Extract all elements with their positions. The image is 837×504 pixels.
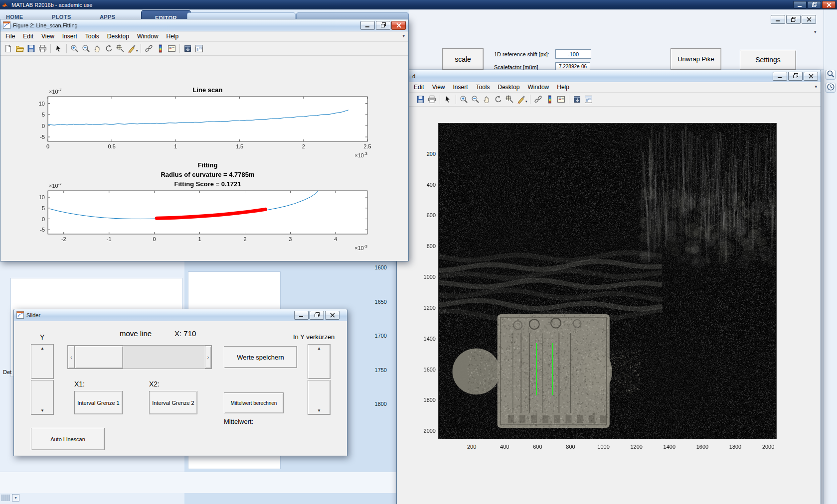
restore-button[interactable]	[808, 1, 821, 8]
minimize-button[interactable]	[793, 1, 807, 8]
save-icon[interactable]	[415, 94, 426, 105]
image-figure-menu-help[interactable]: Help	[553, 82, 573, 92]
figure2-menu-window[interactable]: Window	[133, 31, 163, 41]
minimize-button[interactable]	[771, 15, 785, 24]
data-cursor-icon[interactable]	[504, 94, 515, 105]
close-button[interactable]	[325, 311, 339, 320]
x-slider[interactable]: ‹ ›	[67, 345, 212, 369]
dock-figure-arrow-icon[interactable]: ▾	[402, 33, 405, 38]
maximize-button[interactable]	[376, 21, 390, 30]
unwrap-pike-button[interactable]: Unwrap Pike	[670, 48, 721, 70]
figure2-menu-desktop[interactable]: Desktop	[103, 31, 133, 41]
figure2-menu-edit[interactable]: Edit	[19, 31, 37, 41]
minimize-button[interactable]	[360, 21, 375, 30]
x-slider-left-arrow[interactable]: ‹	[68, 346, 75, 369]
image-ytick-label: 1000	[415, 274, 436, 280]
grip-dropdown[interactable]: ▾	[12, 494, 19, 502]
dock-arrow-icon[interactable]: ▾	[814, 29, 817, 34]
show-plot-tools-icon[interactable]	[583, 94, 594, 105]
maximize-button[interactable]	[310, 311, 324, 320]
history-button[interactable]	[826, 83, 836, 93]
link-plots-icon[interactable]	[532, 94, 544, 105]
save-icon[interactable]	[25, 43, 37, 54]
image-xtick-label: 400	[496, 444, 513, 450]
y-slider[interactable]: ▲ ▼	[31, 344, 54, 415]
insert-legend-icon[interactable]	[166, 43, 177, 54]
x-slider-thumb[interactable]	[75, 346, 123, 369]
close-button[interactable]	[391, 21, 406, 30]
fitting-ytick: 10	[39, 194, 45, 200]
slider-titlebar[interactable]: Slider	[14, 309, 347, 321]
zoom-out-icon[interactable]	[80, 43, 92, 54]
pan-icon[interactable]	[481, 94, 493, 105]
zoom-in-icon[interactable]	[458, 94, 470, 105]
figure2-menu-insert[interactable]: Insert	[58, 31, 81, 41]
rotate-3d-icon[interactable]	[103, 43, 115, 54]
x-slider-track[interactable]	[123, 346, 205, 369]
y-slider-up-button[interactable]: ▲	[31, 344, 54, 379]
minimize-button[interactable]	[294, 311, 309, 320]
figure2-titlebar[interactable]: Figure 2: Line_scan,Fitting	[0, 19, 408, 31]
image-figure-menu-insert[interactable]: Insert	[449, 82, 472, 92]
dock-figure-arrow-icon[interactable]: ▾	[815, 84, 817, 89]
insert-legend-icon[interactable]	[555, 94, 567, 105]
brush-dropdown-icon[interactable]: ▾	[136, 49, 138, 53]
image-figure-menu-desktop[interactable]: Desktop	[494, 82, 524, 92]
zoom-in-icon[interactable]	[69, 43, 80, 54]
search-button[interactable]	[826, 70, 836, 80]
interval-grenze-2-button[interactable]: Interval Grenze 2	[149, 391, 197, 414]
save-values-button[interactable]: Werte speichern	[224, 346, 297, 368]
figure2-menu-file[interactable]: File	[1, 31, 19, 41]
insert-colorbar-icon[interactable]	[544, 94, 555, 105]
image-figure-menu-window[interactable]: Window	[524, 82, 553, 92]
restore-button[interactable]	[786, 15, 801, 24]
close-button[interactable]	[822, 1, 836, 8]
close-button[interactable]	[804, 72, 818, 81]
auto-linescan-button[interactable]: Auto Linescan	[31, 428, 105, 450]
shorten-down-button[interactable]: ▼	[308, 380, 331, 415]
image-figure-menu-edit[interactable]: Edit	[410, 82, 428, 92]
print-icon[interactable]	[37, 43, 48, 54]
image-figure-titlebar[interactable]: d	[397, 70, 821, 82]
window-controls	[294, 311, 339, 320]
resize-grip[interactable]	[1, 495, 10, 501]
link-plots-icon[interactable]	[143, 43, 155, 54]
image-xtick-label: 1800	[726, 444, 744, 450]
image-figure-menu-view[interactable]: View	[428, 82, 449, 92]
figure2-menu-view[interactable]: View	[37, 31, 58, 41]
mittelwert-berechnen-button[interactable]: Mittelwert berechnen	[224, 392, 284, 413]
dock-figure-icon[interactable]	[182, 43, 193, 54]
new-file-icon[interactable]	[2, 43, 14, 54]
scale-button[interactable]: scale	[442, 48, 484, 70]
interval-grenze-1-button[interactable]: Interval Grenze 1	[74, 391, 123, 414]
minimize-button[interactable]	[773, 72, 787, 81]
ref-shift-input[interactable]	[555, 49, 591, 59]
rotate-3d-icon[interactable]	[493, 94, 504, 105]
pointer-icon[interactable]	[53, 43, 64, 54]
figure2-menu-tools[interactable]: Tools	[81, 31, 103, 41]
brush-dropdown-icon[interactable]: ▾	[525, 100, 527, 104]
dock-figure-icon[interactable]	[571, 94, 583, 105]
shorten-y-label: In Y verkürzen	[293, 333, 335, 341]
close-button[interactable]	[802, 15, 816, 24]
fitting-xtick: 3	[289, 236, 292, 242]
shorten-y-slider[interactable]: ▲ ▼	[308, 344, 331, 415]
print-icon[interactable]	[426, 94, 438, 105]
data-cursor-icon[interactable]	[115, 43, 126, 54]
fitting-axes	[48, 191, 367, 234]
matlab-titlebar[interactable]: MATLAB R2016b - academic use	[0, 0, 837, 9]
shorten-up-button[interactable]: ▲	[308, 344, 331, 379]
zoom-out-icon[interactable]	[470, 94, 481, 105]
open-file-icon[interactable]	[14, 43, 25, 54]
settings-button[interactable]: Settings	[740, 50, 796, 70]
image-figure-menu-tools[interactable]: Tools	[472, 82, 494, 92]
image-ytick-label: 800	[415, 243, 436, 249]
show-plot-tools-icon[interactable]	[193, 43, 205, 54]
y-slider-down-button[interactable]: ▼	[31, 380, 54, 415]
pointer-icon[interactable]	[442, 94, 454, 105]
pan-icon[interactable]	[92, 43, 103, 54]
insert-colorbar-icon[interactable]	[155, 43, 166, 54]
figure2-menu-help[interactable]: Help	[163, 31, 183, 41]
maximize-button[interactable]	[788, 72, 803, 81]
x-slider-right-arrow[interactable]: ›	[205, 346, 211, 369]
